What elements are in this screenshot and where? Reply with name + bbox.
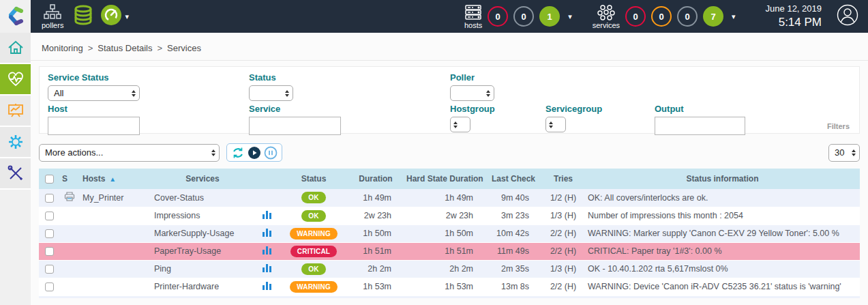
tries-cell: 1/3 (H) (541, 260, 585, 278)
hosts-menu[interactable]: hosts (464, 4, 482, 29)
service-name[interactable]: Impressions (151, 207, 254, 224)
graph-icon[interactable] (263, 246, 271, 255)
row-checkbox[interactable] (45, 229, 54, 238)
service-name[interactable]: MarkerSupply-Usage (151, 224, 254, 242)
service-input[interactable] (249, 117, 341, 135)
filters-tab[interactable]: Filters (818, 119, 859, 133)
hard-state-duration-cell: 1h 51m (404, 242, 485, 260)
filter-servicegroup: Servicegroup (545, 104, 655, 135)
duration-cell: 1h 49m (348, 189, 404, 207)
table-row: My_Printer Cover-Status OK 1h 49m 1h 49m… (39, 189, 860, 207)
duration-cell: 2w 23h (348, 207, 404, 224)
status-select[interactable] (249, 85, 293, 101)
servicegroup-select[interactable] (545, 117, 566, 132)
column-header-graph (254, 169, 280, 189)
host-input[interactable] (48, 117, 140, 135)
service-name[interactable]: Cover-Status (151, 189, 254, 207)
tries-cell: 1/2 (H) (541, 189, 585, 207)
database-icon[interactable] (73, 5, 93, 28)
last-check-cell: 3m 23s (485, 207, 541, 224)
column-header-duration[interactable]: Duration (348, 169, 404, 189)
graph-icon[interactable] (263, 264, 271, 272)
filter-service-status: Service Status All (48, 72, 249, 101)
row-checkbox[interactable] (45, 282, 54, 291)
row-checkbox[interactable] (45, 194, 54, 203)
status-information-cell: WARNING: Device 'Canon iR-ADV C5235 36.2… (585, 278, 860, 295)
page-size-select[interactable]: 30 (828, 144, 860, 162)
graph-icon[interactable] (263, 282, 271, 290)
select-all-checkbox-cell (39, 169, 59, 189)
hosts-down-badge[interactable]: 0 (488, 6, 508, 27)
sidebar-item-configuration[interactable] (0, 127, 31, 158)
host-name[interactable]: My_Printer (80, 189, 151, 207)
services-menu[interactable]: services (593, 4, 620, 29)
tries-cell: 2/2 (H) (541, 242, 585, 260)
filter-hostgroup: Hostgroup (450, 104, 545, 135)
table-row-critical: PaperTray-Usage CRITICAL 1h 51m 1h 51m 1… (39, 242, 860, 260)
column-header-hard-state-duration[interactable]: Hard State Duration (404, 169, 485, 189)
refresh-icon[interactable] (231, 146, 245, 160)
pause-icon[interactable] (264, 146, 278, 160)
column-header-status-information[interactable]: Status information (585, 169, 860, 189)
gear-icon (7, 133, 25, 151)
heartbeat-icon (7, 70, 25, 88)
graph-icon[interactable] (263, 229, 271, 237)
poller-select[interactable] (450, 85, 494, 101)
service-status-select[interactable]: All (48, 85, 140, 101)
status-information-cell: OK: All covers/interlocks are ok. (585, 189, 860, 207)
pollers-menu[interactable]: pollers (42, 4, 63, 29)
service-name[interactable]: PaperTray-Usage (151, 242, 254, 260)
service-name[interactable]: Printer-Hardware (151, 278, 254, 295)
sidebar-item-reporting[interactable] (0, 96, 31, 127)
services-critical-badge[interactable]: 0 (625, 6, 646, 27)
poller-chevron-down-icon[interactable]: ▾ (125, 12, 129, 21)
gauge-icon[interactable] (100, 4, 122, 29)
services-unknown-badge[interactable]: 0 (677, 6, 698, 27)
hosts-chevron-down-icon[interactable]: ▾ (568, 12, 572, 21)
output-input[interactable] (655, 117, 745, 135)
column-header-s[interactable]: S (59, 169, 80, 189)
pollers-label: pollers (42, 21, 63, 29)
hosts-unreachable-badge[interactable]: 0 (513, 6, 534, 27)
column-header-status[interactable]: Status (280, 169, 348, 189)
graph-icon[interactable] (263, 211, 271, 219)
breadcrumb-services[interactable]: Services (167, 43, 201, 53)
select-all-checkbox[interactable] (45, 175, 54, 184)
sidebar-item-monitoring[interactable] (0, 64, 31, 96)
sort-asc-icon: ▲ (109, 175, 116, 183)
play-icon[interactable] (248, 146, 261, 160)
service-name[interactable]: Ping (151, 260, 254, 278)
column-header-services[interactable]: Services (151, 169, 254, 189)
sidebar-item-administration[interactable] (0, 158, 31, 190)
column-header-last-check[interactable]: Last Check (485, 169, 541, 189)
breadcrumb-monitoring[interactable]: Monitoring (42, 43, 83, 53)
services-chevron-down-icon[interactable]: ▾ (732, 12, 736, 21)
services-warning-badge[interactable]: 0 (651, 6, 672, 27)
column-header-hosts[interactable]: Hosts▲ (80, 169, 151, 189)
host-name (80, 207, 151, 224)
host-name (80, 242, 151, 260)
hostgroup-select[interactable] (450, 117, 470, 132)
column-header-tries[interactable]: Tries (541, 169, 585, 189)
tries-cell: 2/2 (H) (541, 224, 585, 242)
row-checkbox[interactable] (45, 265, 54, 274)
row-checkbox[interactable] (45, 247, 54, 256)
services-ok-badge[interactable]: 7 (703, 6, 723, 27)
hard-state-duration-cell: 1h 49m (404, 189, 485, 207)
status-information-cell: WARNING: Marker supply 'Canon C-EXV 29 Y… (585, 224, 860, 242)
centreon-logo[interactable] (0, 0, 31, 33)
clock: June 12, 2019 5:14 PM (766, 3, 822, 29)
actions-toolbar: More actions... 30 (39, 143, 860, 162)
top-bar: pollers ▾ hosts 0 0 1 ▾ (0, 0, 868, 33)
status-badge: OK (301, 210, 325, 222)
hosts-up-badge[interactable]: 1 (539, 6, 560, 27)
breadcrumb-status-details[interactable]: Status Details (98, 43, 152, 53)
services-icon (597, 4, 615, 20)
filter-output: Output (655, 104, 791, 135)
printer-icon (64, 192, 75, 201)
sidebar-item-home[interactable] (0, 33, 31, 64)
more-actions-select[interactable]: More actions... (39, 144, 220, 162)
user-menu[interactable] (837, 4, 858, 29)
status-badge: OK (301, 192, 325, 203)
row-checkbox[interactable] (45, 212, 54, 220)
